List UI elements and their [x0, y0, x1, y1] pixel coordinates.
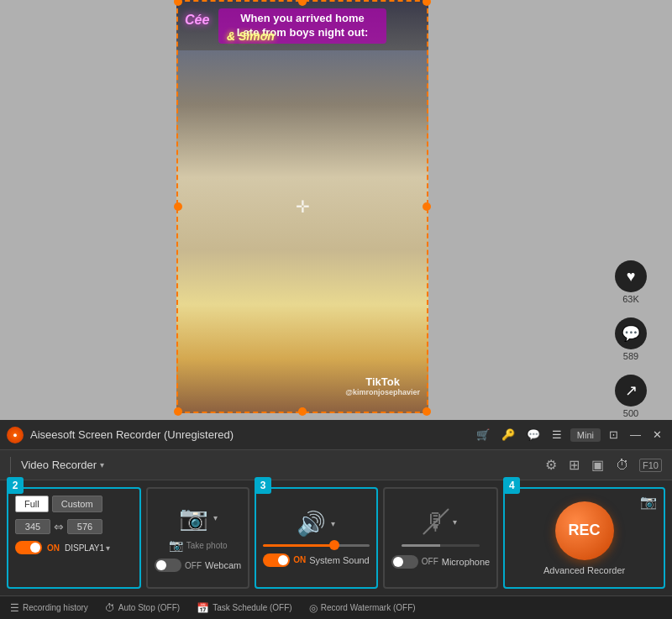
- section-audio: 3 🔊 ▾ ON System Sound: [255, 487, 378, 589]
- audio-state: ON: [293, 555, 306, 564]
- mic-chevron[interactable]: ▾: [453, 517, 457, 527]
- size-buttons: Full Custom: [15, 496, 133, 512]
- comment-icon[interactable]: 💬: [615, 317, 647, 349]
- share-item[interactable]: ↗ 500: [615, 375, 647, 418]
- audio-slider-row: [263, 544, 370, 547]
- display-on-label: ON: [47, 543, 60, 553]
- title-left: ● Aiseesoft Screen Recorder (Unregistere…: [7, 427, 234, 443]
- custom-button[interactable]: Custom: [52, 496, 102, 512]
- content-area: When you arrived home Late from boys nig…: [0, 0, 672, 420]
- mic-label: Microphone: [442, 557, 490, 567]
- history-item[interactable]: ☰ Recording history: [10, 602, 88, 614]
- close-button[interactable]: ✕: [649, 427, 665, 443]
- webcam-chevron[interactable]: ▾: [213, 513, 218, 522]
- social-icons: ♥ 63K 💬 589 ↗ 500: [615, 260, 647, 418]
- history-label: Recording history: [23, 603, 88, 612]
- f10-icon[interactable]: F10: [639, 459, 662, 472]
- audio-icon-row: 🔊 ▾: [297, 510, 335, 538]
- handle-tl[interactable]: [174, 0, 182, 6]
- audio-label: System Sound: [309, 555, 370, 565]
- divider: [10, 457, 11, 474]
- settings-icon[interactable]: ⚙: [543, 455, 559, 475]
- webcam-label: Webcam: [205, 560, 241, 570]
- watermark-icon: ◎: [309, 602, 318, 614]
- display-select[interactable]: DISPLAY1 ▾: [65, 543, 110, 553]
- rec-button[interactable]: REC: [555, 501, 614, 560]
- webcam-state: OFF: [185, 561, 202, 570]
- like-icon[interactable]: ♥: [615, 260, 647, 292]
- key-icon[interactable]: 🔑: [498, 427, 518, 443]
- mode-chevron: ▾: [100, 460, 104, 469]
- rec-advanced-label: Advanced Recorder: [543, 565, 625, 575]
- controls-row: Video Recorder ▾ ⚙ ⊞ ▣ ⏱ F10: [0, 450, 672, 480]
- mic-icon-wrapper: 🎙: [424, 508, 448, 536]
- menu-icon[interactable]: ☰: [549, 427, 565, 443]
- handle-bm[interactable]: [298, 407, 307, 416]
- handle-br[interactable]: [423, 407, 431, 416]
- app-icon: ●: [7, 427, 24, 443]
- audio-toggle[interactable]: [263, 553, 290, 567]
- mic-state: OFF: [422, 557, 438, 566]
- width-input[interactable]: [15, 519, 50, 534]
- handle-ml[interactable]: [174, 202, 182, 211]
- mic-slider[interactable]: [402, 544, 480, 547]
- display-toggle[interactable]: [15, 541, 42, 554]
- audio-icon: 🔊: [297, 510, 326, 538]
- auto-stop-item[interactable]: ⏱ Auto Stop (OFF): [105, 602, 180, 614]
- audio-chevron[interactable]: ▾: [331, 519, 335, 528]
- mic-toggle[interactable]: [391, 555, 418, 569]
- capture-icon[interactable]: ⊞: [567, 455, 581, 475]
- screen-icon[interactable]: ▣: [590, 455, 606, 475]
- display-name: DISPLAY1: [65, 543, 104, 553]
- panels-row: 2 Full Custom ⇔ ON DISPLAY1 ▾: [0, 480, 672, 595]
- take-photo-row: 📷 Take photo: [169, 538, 228, 552]
- comment-item[interactable]: 💬 589: [615, 317, 647, 361]
- handle-bl[interactable]: [174, 407, 182, 416]
- webcam-icon-wrapper: 📷: [179, 504, 208, 532]
- handle-tm[interactable]: [298, 0, 307, 6]
- title-bar: ● Aiseesoft Screen Recorder (Unregistere…: [0, 420, 672, 450]
- minimize-button[interactable]: —: [627, 427, 644, 443]
- audio-slider[interactable]: [263, 544, 370, 547]
- display-chevron: ▾: [106, 543, 110, 553]
- badge-2: 2: [7, 477, 24, 494]
- webcam-header: 📷 ▾: [179, 504, 218, 532]
- like-count: 63K: [622, 294, 639, 304]
- status-bar: ☰ Recording history ⏱ Auto Stop (OFF) 📅 …: [0, 595, 672, 619]
- webcam-icon: 📷: [179, 505, 208, 531]
- handle-tr[interactable]: [423, 0, 431, 6]
- clock-icon[interactable]: ⏱: [614, 456, 631, 475]
- full-button[interactable]: Full: [15, 496, 49, 512]
- mini-button[interactable]: Mini: [570, 428, 601, 442]
- share-icon[interactable]: ↗: [615, 375, 647, 407]
- handle-mr[interactable]: [423, 202, 431, 211]
- audio-toggle-row: ON System Sound: [263, 553, 370, 567]
- dim-separator: ⇔: [54, 520, 64, 533]
- section-webcam: 📷 ▾ 📷 Take photo OFF Webcam: [146, 487, 249, 589]
- task-schedule-item[interactable]: 📅 Task Schedule (OFF): [197, 602, 291, 614]
- mode-selector[interactable]: Video Recorder ▾: [21, 459, 104, 471]
- section-display: 2 Full Custom ⇔ ON DISPLAY1 ▾: [7, 487, 141, 589]
- like-item[interactable]: ♥ 63K: [615, 260, 647, 304]
- display-toggle-row: ON DISPLAY1 ▾: [15, 541, 133, 554]
- cart-icon[interactable]: 🛒: [473, 427, 493, 443]
- comment-count: 589: [623, 351, 638, 361]
- task-label: Task Schedule (OFF): [213, 603, 291, 612]
- badge-4: 4: [503, 477, 520, 494]
- webcam-toggle[interactable]: [155, 559, 181, 572]
- restore-button[interactable]: ⊡: [606, 427, 622, 443]
- tiktok-container: When you arrived home Late from boys nig…: [0, 0, 672, 420]
- rec-label-text: REC: [569, 522, 601, 539]
- title-right: 🛒 🔑 💬 ☰ Mini ⊡ — ✕: [473, 427, 665, 443]
- watermark-label: Record Watermark (OFF): [321, 603, 416, 612]
- auto-stop-icon: ⏱: [105, 602, 115, 614]
- watermark-item[interactable]: ◎ Record Watermark (OFF): [309, 602, 416, 614]
- camera-top-icon[interactable]: 📷: [640, 494, 657, 510]
- selection-box: [176, 0, 428, 413]
- controls-right: ⚙ ⊞ ▣ ⏱ F10: [543, 455, 662, 475]
- height-input[interactable]: [67, 519, 102, 534]
- auto-stop-label: Auto Stop (OFF): [118, 603, 180, 612]
- section-rec: 4 📷 REC Advanced Recorder: [503, 487, 665, 589]
- chat-icon[interactable]: 💬: [523, 427, 543, 443]
- mic-header: 🎙 ▾: [424, 508, 457, 536]
